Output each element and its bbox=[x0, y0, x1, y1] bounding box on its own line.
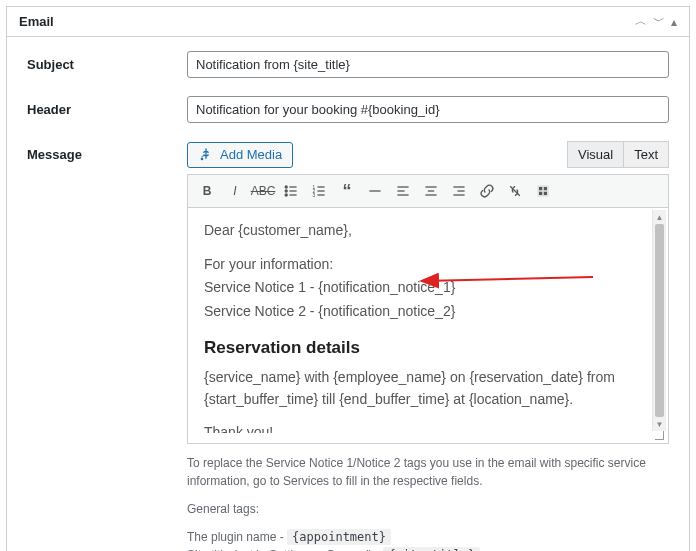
editor-reservation-details: {service_name} with {employee_name} on {… bbox=[204, 367, 652, 410]
align-center-button[interactable] bbox=[418, 179, 444, 203]
align-left-button[interactable] bbox=[390, 179, 416, 203]
scroll-thumb[interactable] bbox=[655, 224, 664, 417]
editor-toolbar: B I ABC 123 “ bbox=[188, 175, 668, 208]
svg-rect-24 bbox=[539, 187, 542, 190]
numbered-list-button[interactable]: 123 bbox=[306, 179, 332, 203]
editor-thanks: Thank you! bbox=[204, 422, 652, 433]
help-plugin-line: The plugin name - {appointment} bbox=[187, 528, 669, 546]
media-icon bbox=[198, 147, 214, 163]
strikethrough-button[interactable]: ABC bbox=[250, 179, 276, 203]
link-button[interactable] bbox=[474, 179, 500, 203]
add-media-label: Add Media bbox=[220, 147, 282, 162]
italic-button[interactable]: I bbox=[222, 179, 248, 203]
align-right-button[interactable] bbox=[446, 179, 472, 203]
bullet-list-button[interactable] bbox=[278, 179, 304, 203]
header-input[interactable] bbox=[187, 96, 669, 123]
editor: B I ABC 123 “ bbox=[187, 174, 669, 444]
editor-tabs: Visual Text bbox=[567, 141, 669, 168]
editor-top-row: Add Media Visual Text bbox=[187, 141, 669, 168]
panel-header: Email ︿ ﹀ ▴ bbox=[7, 7, 689, 37]
toolbar-toggle-button[interactable] bbox=[530, 179, 556, 203]
editor-area: Dear {customer_name}, For your informati… bbox=[188, 208, 668, 433]
svg-point-1 bbox=[285, 186, 287, 188]
panel-body: Subject Header Message Add Media bbox=[7, 37, 689, 551]
help-text: To replace the Service Notice 1/Notice 2… bbox=[187, 454, 669, 551]
subject-row: Subject bbox=[27, 51, 669, 78]
tag-site-title: {site_title} bbox=[383, 547, 480, 551]
resize-handle[interactable] bbox=[188, 433, 668, 443]
editor-info-label: For your information: bbox=[204, 254, 652, 276]
scroll-up-icon[interactable]: ▲ bbox=[653, 210, 666, 224]
unlink-button[interactable] bbox=[502, 179, 528, 203]
blockquote-button[interactable]: “ bbox=[334, 179, 360, 203]
panel-move-up-icon[interactable]: ︿ bbox=[635, 13, 647, 30]
email-panel: Email ︿ ﹀ ▴ Subject Header Message bbox=[6, 6, 690, 551]
message-row: Message Add Media Visual Text B I bbox=[27, 141, 669, 551]
header-row: Header bbox=[27, 96, 669, 123]
tab-visual[interactable]: Visual bbox=[567, 141, 623, 168]
svg-rect-26 bbox=[539, 192, 542, 195]
message-label: Message bbox=[27, 141, 187, 162]
hr-button[interactable] bbox=[362, 179, 388, 203]
svg-point-5 bbox=[285, 194, 287, 196]
panel-toggle-icon[interactable]: ▴ bbox=[671, 15, 677, 29]
panel-move-down-icon[interactable]: ﹀ bbox=[653, 13, 665, 30]
svg-text:3: 3 bbox=[313, 193, 316, 198]
scroll-down-icon[interactable]: ▼ bbox=[653, 417, 666, 431]
editor-content[interactable]: Dear {customer_name}, For your informati… bbox=[188, 208, 668, 433]
add-media-button[interactable]: Add Media bbox=[187, 142, 293, 168]
subject-label: Subject bbox=[27, 51, 187, 72]
svg-rect-27 bbox=[544, 192, 547, 195]
help-sitetitle-line: Site title (set in Settings > General) -… bbox=[187, 546, 669, 551]
scrollbar[interactable]: ▲ ▼ bbox=[652, 210, 666, 431]
tab-text[interactable]: Text bbox=[623, 141, 669, 168]
editor-notice2: Service Notice 2 - {notification_notice_… bbox=[204, 301, 652, 323]
editor-greeting: Dear {customer_name}, bbox=[204, 220, 652, 242]
editor-notice1: Service Notice 1 - {notification_notice_… bbox=[204, 277, 652, 299]
subject-input[interactable] bbox=[187, 51, 669, 78]
tag-appointment: {appointment} bbox=[287, 529, 391, 545]
svg-rect-25 bbox=[544, 187, 547, 190]
header-label: Header bbox=[27, 96, 187, 117]
help-general-title: General tags: bbox=[187, 500, 669, 518]
editor-reservation-heading: Reservation details bbox=[204, 335, 652, 361]
panel-title: Email bbox=[19, 14, 54, 29]
svg-point-0 bbox=[201, 157, 204, 160]
bold-button[interactable]: B bbox=[194, 179, 220, 203]
svg-point-3 bbox=[285, 190, 287, 192]
panel-actions: ︿ ﹀ ▴ bbox=[635, 13, 677, 30]
help-notice: To replace the Service Notice 1/Notice 2… bbox=[187, 454, 669, 490]
